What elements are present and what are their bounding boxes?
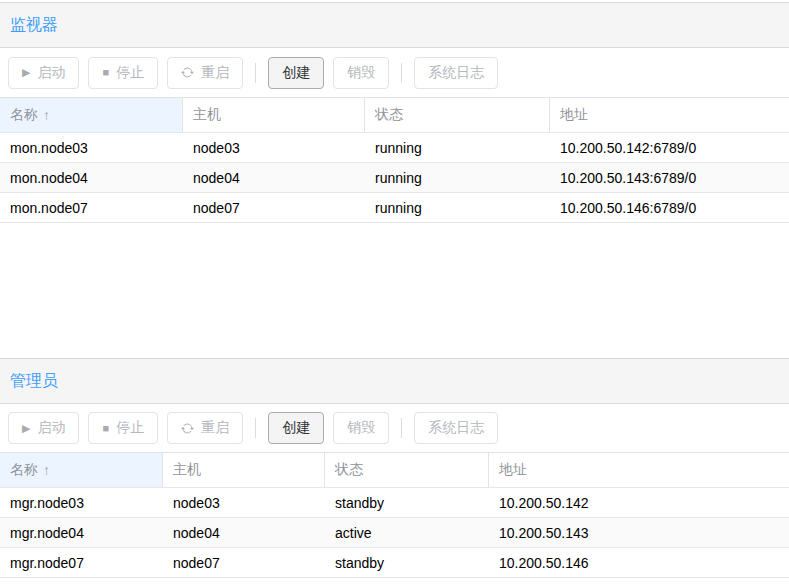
column-header-status[interactable]: 状态 (365, 98, 550, 132)
cell-host: node03 (183, 140, 365, 156)
toolbar-divider (255, 418, 256, 438)
restart-button[interactable]: 重启 (167, 412, 243, 444)
cell-name: mgr.node07 (0, 555, 163, 571)
create-button[interactable]: 创建 (268, 412, 324, 444)
cell-name: mgr.node04 (0, 525, 163, 541)
create-button-label: 创建 (282, 64, 310, 82)
cell-host: node04 (183, 170, 365, 186)
column-header-name[interactable]: 名称 ↑ (0, 98, 183, 132)
column-header-status[interactable]: 状态 (325, 453, 489, 487)
column-header-host[interactable]: 主机 (183, 98, 365, 132)
table-row[interactable]: mgr.node04 node04 active 10.200.50.143 (0, 518, 789, 548)
cell-status: standby (325, 495, 489, 511)
managers-table-header: 名称 ↑ 主机 状态 地址 (0, 452, 789, 488)
stop-icon: ■ (102, 67, 109, 78)
destroy-button[interactable]: 销毁 (333, 412, 389, 444)
create-button-label: 创建 (282, 419, 310, 437)
cell-host: node04 (163, 525, 325, 541)
monitors-panel-header: 监视器 (0, 2, 789, 48)
cell-name: mon.node07 (0, 200, 183, 216)
table-row[interactable]: mon.node07 node07 running 10.200.50.146:… (0, 193, 789, 223)
cell-status: standby (325, 555, 489, 571)
play-icon: ▶ (22, 423, 30, 434)
system-log-button-label: 系统日志 (428, 64, 484, 82)
monitors-toolbar: ▶ 启动 ■ 停止 重启 创建 销毁 系统日志 (0, 48, 789, 97)
table-row[interactable]: mon.node04 node04 running 10.200.50.143:… (0, 163, 789, 193)
monitors-panel-title: 监视器 (10, 15, 58, 36)
refresh-icon (181, 422, 194, 435)
cell-host: node03 (163, 495, 325, 511)
column-header-address[interactable]: 地址 (550, 98, 789, 132)
start-button-label: 启动 (37, 64, 65, 82)
toolbar-divider (255, 63, 256, 83)
table-row[interactable]: mon.node03 node03 running 10.200.50.142:… (0, 133, 789, 163)
cell-address: 10.200.50.142 (489, 495, 789, 511)
system-log-button[interactable]: 系统日志 (414, 412, 498, 444)
destroy-button-label: 销毁 (347, 64, 375, 82)
managers-panel: 管理员 ▶ 启动 ■ 停止 重启 创建 销毁 系统日 (0, 358, 789, 578)
cell-address: 10.200.50.143:6789/0 (550, 170, 789, 186)
sort-ascending-icon: ↑ (43, 462, 50, 478)
stop-icon: ■ (102, 423, 109, 434)
sort-ascending-icon: ↑ (43, 107, 50, 123)
column-header-host[interactable]: 主机 (163, 453, 325, 487)
stop-button[interactable]: ■ 停止 (88, 57, 158, 89)
column-header-name[interactable]: 名称 ↑ (0, 453, 163, 487)
start-button[interactable]: ▶ 启动 (8, 412, 79, 444)
restart-button[interactable]: 重启 (167, 57, 243, 89)
refresh-icon (181, 66, 194, 79)
cell-address: 10.200.50.146 (489, 555, 789, 571)
cell-name: mon.node04 (0, 170, 183, 186)
cell-address: 10.200.50.143 (489, 525, 789, 541)
restart-button-label: 重启 (201, 64, 229, 82)
cell-address: 10.200.50.146:6789/0 (550, 200, 789, 216)
panel-gap (0, 223, 789, 358)
cell-status: running (365, 200, 550, 216)
cell-host: node07 (163, 555, 325, 571)
cell-status: running (365, 170, 550, 186)
restart-button-label: 重启 (201, 419, 229, 437)
system-log-button-label: 系统日志 (428, 419, 484, 437)
start-button-label: 启动 (37, 419, 65, 437)
column-header-address[interactable]: 地址 (489, 453, 789, 487)
create-button[interactable]: 创建 (268, 57, 324, 89)
play-icon: ▶ (22, 67, 30, 78)
cell-status: running (365, 140, 550, 156)
stop-button-label: 停止 (116, 64, 144, 82)
toolbar-divider (401, 418, 402, 438)
stop-button-label: 停止 (116, 419, 144, 437)
cell-name: mgr.node03 (0, 495, 163, 511)
cell-host: node07 (183, 200, 365, 216)
managers-panel-header: 管理员 (0, 358, 789, 404)
monitors-panel: 监视器 ▶ 启动 ■ 停止 重启 创建 销毁 系统日 (0, 2, 789, 223)
cell-status: active (325, 525, 489, 541)
managers-toolbar: ▶ 启动 ■ 停止 重启 创建 销毁 系统日志 (0, 404, 789, 452)
table-row[interactable]: mgr.node03 node03 standby 10.200.50.142 (0, 488, 789, 518)
start-button[interactable]: ▶ 启动 (8, 57, 79, 89)
table-row[interactable]: mgr.node07 node07 standby 10.200.50.146 (0, 548, 789, 578)
destroy-button-label: 销毁 (347, 419, 375, 437)
toolbar-divider (401, 63, 402, 83)
cell-name: mon.node03 (0, 140, 183, 156)
destroy-button[interactable]: 销毁 (333, 57, 389, 89)
monitors-table-header: 名称 ↑ 主机 状态 地址 (0, 97, 789, 133)
cell-address: 10.200.50.142:6789/0 (550, 140, 789, 156)
managers-panel-title: 管理员 (10, 371, 58, 392)
stop-button[interactable]: ■ 停止 (88, 412, 158, 444)
system-log-button[interactable]: 系统日志 (414, 57, 498, 89)
